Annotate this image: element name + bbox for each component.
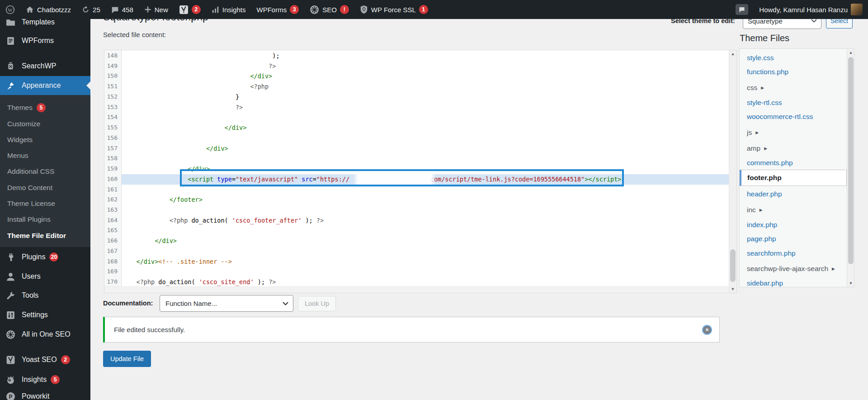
theme-file-index-php[interactable]: index.php <box>740 217 845 233</box>
scroll-up-arrow-icon[interactable]: ▲ <box>729 50 736 57</box>
sidebar-item-customize[interactable]: Customize <box>0 116 90 132</box>
code-editor[interactable]: 148 );149 ?>150 </div>151 <?php152 <box>104 50 737 293</box>
theme-file-style-css[interactable]: style.css <box>740 50 845 66</box>
feedback-menu[interactable] <box>730 0 754 19</box>
line-number: 169 <box>104 267 122 277</box>
sidebar-item-all-in-one-seo[interactable]: All in One SEO <box>0 325 90 344</box>
theme-folder-searchwp-live-ajax-search[interactable]: searchwp-live-ajax-search▶ <box>740 261 845 276</box>
code-line-159[interactable]: 159 </div> <box>104 164 729 174</box>
sidebar-item-demo-content[interactable]: Demo Content <box>0 180 90 195</box>
code-line-170[interactable]: 170 <?php do_action( 'csco_site_end' ); … <box>104 277 729 286</box>
theme-file-page-php[interactable]: page.php <box>740 231 845 247</box>
sidebar-item-searchwp[interactable]: SearchWP <box>0 57 90 76</box>
file-name: searchform.php <box>747 249 796 257</box>
theme-files-scrollbar-thumb[interactable] <box>848 57 854 264</box>
theme-folder-css[interactable]: css▶ <box>740 80 845 95</box>
sidebar-item-theme-license[interactable]: Theme License <box>0 195 90 211</box>
theme-folder-amp[interactable]: amp▶ <box>740 141 845 156</box>
sidebar-item-theme-file-editor[interactable]: Theme File Editor <box>0 228 90 243</box>
sidebar-item-additional-css[interactable]: Additional CSS <box>0 163 90 179</box>
code-line-152[interactable]: 152 } <box>104 92 729 102</box>
sidebar-item-menus[interactable]: Menus <box>0 148 90 163</box>
editor-horizontal-scrollbar[interactable] <box>104 286 729 293</box>
sidebar-item-poworkit[interactable]: PPoworkit <box>0 387 90 400</box>
insights-menu[interactable]: Insights <box>206 0 251 19</box>
code-line-154[interactable]: 154 <box>104 112 729 123</box>
sidebar-item-install-plugins[interactable]: Install Plugins <box>0 211 90 227</box>
sidebar-item-tools[interactable]: Tools <box>0 286 90 305</box>
theme-files-scrollbar[interactable]: ▲ ▼ <box>847 49 854 287</box>
code-line-149[interactable]: 149 ?> <box>104 61 729 71</box>
shield-icon <box>360 5 368 14</box>
code-line-169[interactable]: 169 <box>104 267 729 277</box>
code-line-155[interactable]: 155 </div> <box>104 123 729 133</box>
my-account-menu[interactable]: Howdy, Kamrul Hasan Ranzu <box>754 0 868 19</box>
code-line-text: <?php do_action( 'csco_site_end' ); ?> <box>122 277 729 286</box>
code-line-text: </div> <box>122 71 729 81</box>
code-line-158[interactable]: 158 <box>104 153 729 164</box>
comments-menu[interactable]: 458 <box>106 0 139 19</box>
seo-menu[interactable]: SEO ! <box>304 0 354 19</box>
theme-file-searchform-php[interactable]: searchform.php <box>740 246 845 261</box>
theme-file-comments-php[interactable]: comments.php <box>740 155 845 171</box>
sidebar-item-label: All in One SEO <box>22 330 71 338</box>
code-line-text <box>122 267 729 277</box>
code-line-151[interactable]: 151 <?php <box>104 81 729 92</box>
sidebar-item-yoast-seo[interactable]: Yoast SEO2 <box>0 350 90 369</box>
code-line-156[interactable]: 156 <box>104 133 729 143</box>
sidebar-item-label: Theme License <box>7 200 55 208</box>
code-line-161[interactable]: 161 <box>104 185 729 195</box>
scroll-up-arrow-icon[interactable]: ▲ <box>847 49 854 56</box>
sidebar-item-themes[interactable]: Themes5 <box>0 100 90 115</box>
sidebar-item-insights[interactable]: Insights5 <box>0 370 90 389</box>
code-line-164[interactable]: 164 <?php do_action( 'csco_footer_after'… <box>104 215 729 226</box>
site-name-menu[interactable]: Chatbotzzz <box>20 0 76 19</box>
wp-force-ssl-menu[interactable]: WP Force SSL 1 <box>354 0 434 19</box>
code-line-162[interactable]: 162 </footer> <box>104 195 729 205</box>
wpforms-menu[interactable]: WPForms 3 <box>251 0 304 19</box>
theme-file-footer-php[interactable]: footer.php <box>740 170 847 186</box>
code-line-165[interactable]: 165 <box>104 225 729 236</box>
updates-menu[interactable]: 25 <box>76 0 106 19</box>
theme-file-functions-php[interactable]: functions.php <box>740 64 845 80</box>
theme-file-style-rtl-css[interactable]: style-rtl.css <box>740 95 845 110</box>
theme-file-sidebar-php[interactable]: sidebar.php <box>740 276 845 291</box>
file-name: comments.php <box>747 159 793 167</box>
update-file-button[interactable]: Update File <box>103 351 151 367</box>
sidebar-item-label: Themes <box>7 104 33 112</box>
code-line-168[interactable]: 168 </div><!-- .site-inner --> <box>104 257 729 267</box>
sidebar-item-users[interactable]: Users <box>0 267 90 286</box>
expand-arrow-icon: ▶ <box>755 130 759 135</box>
admin-sidebar-menu: TemplatesWPFormsSearchWPAppearanceThemes… <box>0 0 90 400</box>
sidebar-item-plugins[interactable]: Plugins20 <box>0 248 90 267</box>
scroll-down-arrow-icon[interactable]: ▼ <box>847 280 854 287</box>
dismiss-notice-icon[interactable]: × <box>703 326 711 334</box>
code-line-157[interactable]: 157 </div> <box>104 143 729 154</box>
code-line-153[interactable]: 153 ?> <box>104 102 729 113</box>
code-line-148[interactable]: 148 ); <box>104 51 729 61</box>
theme-folder-js[interactable]: js▶ <box>740 125 845 140</box>
site-name-label: Chatbotzzz <box>37 6 71 14</box>
documentation-function-dropdown[interactable]: Function Name... <box>160 295 293 312</box>
theme-file-header-php[interactable]: header.php <box>740 186 845 202</box>
code-line-163[interactable]: 163 <box>104 205 729 215</box>
new-content-menu[interactable]: New <box>139 0 174 19</box>
code-line-160[interactable]: 160 <script type="text/javascript" src="… <box>104 174 729 185</box>
yoast-menu[interactable]: 2 <box>174 0 206 19</box>
sidebar-item-wpforms[interactable]: WPForms <box>0 31 90 50</box>
code-line-167[interactable]: 167 <box>104 246 729 257</box>
code-line-166[interactable]: 166 </div> <box>104 236 729 246</box>
sidebar-item-label: Additional CSS <box>7 167 54 176</box>
bar-chart-icon <box>212 6 219 14</box>
scroll-down-arrow-icon[interactable]: ▼ <box>729 286 736 293</box>
code-line-150[interactable]: 150 </div> <box>104 71 729 81</box>
sidebar-item-appearance[interactable]: Appearance <box>0 76 90 95</box>
editor-scrollbar-thumb[interactable] <box>730 249 736 282</box>
wp-logo-menu[interactable]: W <box>0 0 20 19</box>
sidebar-item-widgets[interactable]: Widgets <box>0 132 90 148</box>
editor-vertical-scrollbar[interactable]: ▲ ▼ <box>729 50 736 293</box>
theme-file-woocommerce-rtl-css[interactable]: woocommerce-rtl.css <box>740 109 845 124</box>
code-line-text: </div> <box>122 236 729 246</box>
theme-folder-inc[interactable]: inc▶ <box>740 202 845 218</box>
sidebar-item-settings[interactable]: Settings <box>0 305 90 324</box>
